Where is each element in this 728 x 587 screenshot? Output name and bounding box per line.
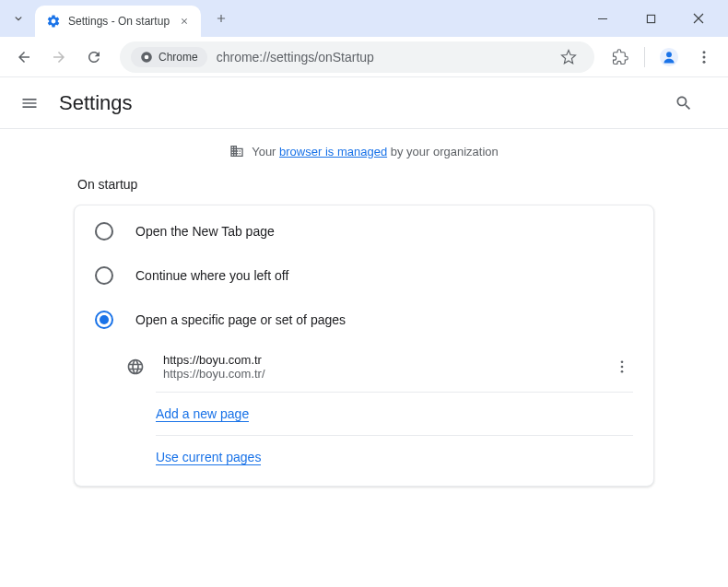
settings-gear-icon: [46, 14, 61, 29]
chevron-down-icon: [12, 12, 25, 25]
avatar-icon: [659, 47, 679, 67]
page-more-button[interactable]: [611, 356, 633, 378]
radio-button-selected: [95, 311, 113, 329]
menu-button[interactable]: [18, 92, 41, 114]
radio-label: Open the New Tab page: [135, 224, 275, 239]
radio-open-new-tab[interactable]: Open the New Tab page: [75, 209, 653, 253]
search-icon: [675, 94, 693, 112]
managed-prefix: Your: [252, 145, 279, 158]
reload-button[interactable]: [79, 42, 109, 72]
svg-point-5: [666, 52, 672, 57]
hamburger-icon: [20, 94, 39, 112]
site-chip[interactable]: Chrome: [131, 47, 207, 67]
omnibox-url: chrome://settings/onStartup: [217, 50, 374, 65]
svg-point-3: [145, 54, 149, 59]
arrow-right-icon: [51, 49, 67, 65]
radio-label: Continue where you left off: [135, 268, 288, 283]
svg-rect-0: [598, 18, 607, 19]
maximize-button[interactable]: [632, 4, 669, 33]
tab-title: Settings - On startup: [68, 15, 170, 28]
chrome-menu-button[interactable]: [689, 42, 719, 72]
browser-toolbar: Chrome chrome://settings/onStartup: [0, 37, 728, 77]
organization-icon: [229, 144, 244, 158]
radio-continue-left-off[interactable]: Continue where you left off: [75, 253, 653, 298]
tab-search-dropdown[interactable]: [7, 7, 29, 29]
browser-tab[interactable]: Settings - On startup: [35, 6, 201, 37]
minimize-button[interactable]: [584, 4, 621, 33]
arrow-left-icon: [16, 49, 32, 65]
settings-card: Open the New Tab page Continue where you…: [74, 205, 654, 487]
more-vertical-icon: [614, 358, 630, 375]
back-button[interactable]: [9, 42, 39, 72]
managed-banner: Your browser is managed by your organiza…: [0, 129, 728, 177]
window-controls: [584, 4, 717, 33]
address-bar[interactable]: Chrome chrome://settings/onStartup: [120, 41, 594, 73]
close-icon: [693, 13, 704, 24]
globe-icon: [126, 358, 145, 376]
section-title: On startup: [77, 177, 654, 192]
svg-point-9: [621, 360, 624, 363]
profile-button[interactable]: [654, 42, 684, 72]
settings-header: Settings: [0, 77, 728, 129]
bookmark-button[interactable]: [554, 42, 583, 72]
add-page-link[interactable]: Add a new page: [156, 406, 249, 422]
star-icon: [560, 49, 577, 65]
reload-icon: [86, 49, 102, 65]
maximize-icon: [646, 14, 656, 24]
svg-point-8: [703, 60, 706, 63]
svg-point-7: [703, 55, 706, 58]
svg-point-6: [703, 51, 706, 53]
chrome-icon: [140, 51, 153, 64]
plus-icon: [215, 12, 228, 25]
extensions-button[interactable]: [605, 42, 635, 72]
add-page-row: Add a new page: [75, 393, 653, 435]
radio-button: [95, 266, 113, 285]
page-name: https://boyu.com.tr: [163, 353, 593, 367]
site-chip-label: Chrome: [159, 51, 198, 64]
on-startup-section: On startup Open the New Tab page Continu…: [0, 177, 728, 487]
close-window-button[interactable]: [680, 4, 717, 33]
page-title: Settings: [59, 91, 133, 115]
use-current-row: Use current pages: [75, 436, 653, 478]
puzzle-icon: [612, 49, 628, 65]
svg-rect-1: [647, 15, 654, 22]
browser-titlebar: Settings - On startup: [0, 0, 728, 37]
managed-suffix: by your organization: [387, 145, 499, 158]
new-tab-button[interactable]: [208, 6, 234, 31]
tab-close-button[interactable]: [177, 14, 192, 29]
radio-button: [95, 222, 113, 241]
minimize-icon: [597, 13, 608, 24]
page-info: https://boyu.com.tr https://boyu.com.tr/: [163, 353, 593, 381]
more-vertical-icon: [696, 49, 712, 65]
radio-specific-pages[interactable]: Open a specific page or set of pages: [75, 298, 653, 342]
svg-point-10: [621, 366, 624, 369]
managed-link[interactable]: browser is managed: [279, 145, 387, 158]
svg-point-11: [621, 370, 624, 373]
page-url: https://boyu.com.tr/: [163, 367, 593, 381]
forward-button[interactable]: [44, 42, 74, 72]
radio-label: Open a specific page or set of pages: [135, 312, 346, 327]
search-settings-button[interactable]: [673, 92, 695, 114]
use-current-link[interactable]: Use current pages: [156, 450, 261, 465]
close-icon: [180, 17, 189, 26]
startup-page-row: https://boyu.com.tr https://boyu.com.tr/: [75, 342, 653, 392]
